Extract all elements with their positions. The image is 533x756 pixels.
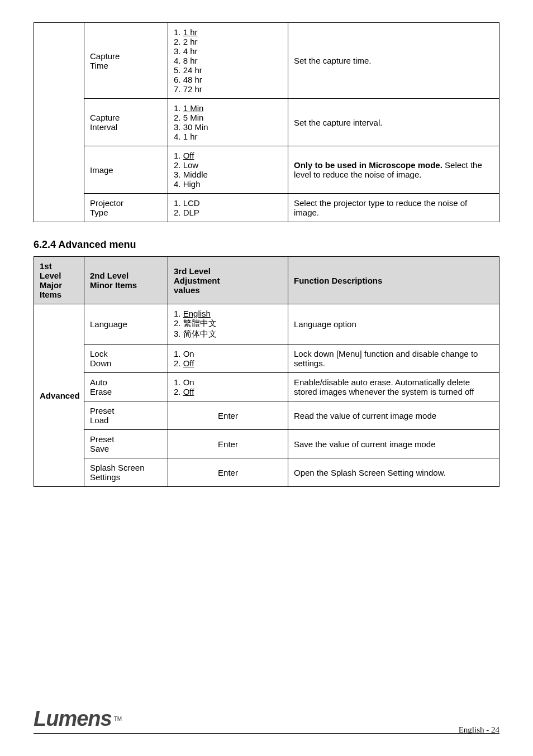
values-cell: Enter <box>168 430 288 458</box>
page-number-value: 24 <box>489 725 499 734</box>
minor-item-label: Erase <box>90 387 112 396</box>
value-option: 2. 繁體中文 <box>174 318 217 328</box>
minor-item-cell: Preset Save <box>84 430 168 458</box>
value-option-default: English <box>183 309 211 318</box>
description-cell: Save the value of current image mode <box>288 430 499 458</box>
minor-item-label: Interval <box>90 122 117 132</box>
group-cell-advanced: Advanced <box>34 304 84 487</box>
settings-table-1: Capture Time 1. 1 hr 2. 2 hr 3. 4 hr 4. … <box>34 22 499 222</box>
description-cell: Enable/disable auto erase. Automatically… <box>288 373 499 401</box>
value-option: 2. DLP <box>174 208 199 217</box>
header-label: 3rd Level <box>174 266 211 276</box>
description-cell: Set the capture time. <box>288 23 499 99</box>
minor-item-label: Capture <box>90 113 120 122</box>
header-level-1: 1st Level Major Items <box>34 257 84 304</box>
value-option: 3. 简体中文 <box>174 329 217 338</box>
minor-item-label: Save <box>90 444 109 453</box>
table-row: Projector Type 1. LCD 2. DLP Select the … <box>34 194 499 222</box>
table-row: Splash Screen Settings Enter Open the Sp… <box>34 458 499 487</box>
minor-item-cell: Capture Interval <box>84 99 168 146</box>
table-row: Capture Interval 1. 1 Min 2. 5 Min 3. 30… <box>34 99 499 146</box>
values-cell: Enter <box>168 401 288 430</box>
header-function-descriptions: Function Descriptions <box>288 257 499 304</box>
minor-item-cell: Preset Load <box>84 401 168 430</box>
group-label: Advanced <box>40 391 80 400</box>
minor-item-label: Type <box>90 208 108 217</box>
value-option: 1. <box>174 309 181 318</box>
header-label: Minor Items <box>90 280 137 290</box>
header-level-2: 2nd Level Minor Items <box>84 257 168 304</box>
values-cell: 1. LCD 2. DLP <box>168 194 288 222</box>
trademark-symbol: TM <box>114 716 122 722</box>
minor-item-label: Load <box>90 415 108 425</box>
minor-item-cell: Language <box>84 304 168 344</box>
header-label: Adjustment <box>174 276 220 285</box>
minor-item-label: Capture <box>90 51 120 61</box>
table-header-row: 1st Level Major Items 2nd Level Minor It… <box>34 257 499 304</box>
value-option: 5. 24 hr <box>174 65 202 75</box>
page-footer: Lumens TM English - 24 <box>34 707 499 734</box>
page: Capture Time 1. 1 hr 2. 2 hr 3. 4 hr 4. … <box>0 0 533 756</box>
description-bold: Only to be used in Microscope mode. <box>294 160 442 170</box>
value-option: 2. 2 hr <box>174 37 198 46</box>
values-cell: 1. Off 2. Low 3. Middle 4. High <box>168 146 288 194</box>
value-option: 3. 4 hr <box>174 46 198 56</box>
lumens-logo-text: Lumens <box>34 707 112 731</box>
value-option: 4. 1 hr <box>174 132 198 141</box>
description-cell: Select the projector type to reduce the … <box>288 194 499 222</box>
value-option: 1. On <box>174 377 194 387</box>
value-option: 1. LCD <box>174 198 200 208</box>
minor-item-cell: Lock Down <box>84 344 168 373</box>
description-cell: Set the capture interval. <box>288 99 499 146</box>
header-label: Level <box>40 271 61 280</box>
value-option: 6. 48 hr <box>174 75 202 84</box>
value-option: 1. <box>174 103 181 113</box>
table-row: Preset Save Enter Save the value of curr… <box>34 430 499 458</box>
minor-item-cell: Splash Screen Settings <box>84 458 168 487</box>
minor-item-label: Lock <box>90 349 108 358</box>
value-option: 4. High <box>174 179 201 189</box>
values-cell: 1. 1 Min 2. 5 Min 3. 30 Min 4. 1 hr <box>168 99 288 146</box>
header-label: values <box>174 285 200 295</box>
minor-item-label: Preset <box>90 434 114 444</box>
table-row: Advanced Language 1. English 2. 繁體中文 3. … <box>34 304 499 344</box>
value-option-default: Off <box>183 151 194 160</box>
header-label: Major <box>40 280 62 290</box>
minor-item-cell: Image <box>84 146 168 194</box>
header-level-3: 3rd Level Adjustment values <box>168 257 288 304</box>
value-option: 1. <box>174 151 181 160</box>
header-label: 1st <box>40 261 52 271</box>
footer-divider <box>34 733 499 734</box>
page-number: English - 24 <box>459 725 499 735</box>
table-row: Preset Load Enter Read the value of curr… <box>34 401 499 430</box>
value-option-default: 1 Min <box>183 103 204 113</box>
description-cell: Language option <box>288 304 499 344</box>
minor-item-label: Auto <box>90 377 107 387</box>
table-row: Auto Erase 1. On 2. Off Enable/disable a… <box>34 373 499 401</box>
minor-item-label: Projector <box>90 198 123 208</box>
value-option: 3. Middle <box>174 170 208 179</box>
value-option-default: Off <box>183 358 194 368</box>
minor-item-cell: Capture Time <box>84 23 168 99</box>
value-option: 7. 72 hr <box>174 84 202 94</box>
advanced-menu-table: 1st Level Major Items 2nd Level Minor It… <box>34 256 499 487</box>
value-option: 2. <box>174 358 181 368</box>
value-option: 4. 8 hr <box>174 56 198 65</box>
header-label: Items <box>40 290 61 299</box>
values-cell: Enter <box>168 458 288 487</box>
minor-item-cell: Projector Type <box>84 194 168 222</box>
table-row: Capture Time 1. 1 hr 2. 2 hr 3. 4 hr 4. … <box>34 23 499 99</box>
value-option-default: Off <box>183 387 194 396</box>
page-language-label: English <box>459 725 487 734</box>
minor-item-label: Time <box>90 61 108 70</box>
description-cell: Open the Splash Screen Setting window. <box>288 458 499 487</box>
values-cell: 1. English 2. 繁體中文 3. 简体中文 <box>168 304 288 344</box>
section-heading-advanced-menu: 6.2.4 Advanced menu <box>34 239 499 251</box>
minor-item-cell: Auto Erase <box>84 373 168 401</box>
table-row: Lock Down 1. On 2. Off Lock down [Menu] … <box>34 344 499 373</box>
value-option: 1. On <box>174 349 194 358</box>
value-option: 2. <box>174 387 181 396</box>
table-row: Image 1. Off 2. Low 3. Middle 4. High On… <box>34 146 499 194</box>
value-option: 3. 30 Min <box>174 122 208 132</box>
description-cell: Only to be used in Microscope mode. Sele… <box>288 146 499 194</box>
